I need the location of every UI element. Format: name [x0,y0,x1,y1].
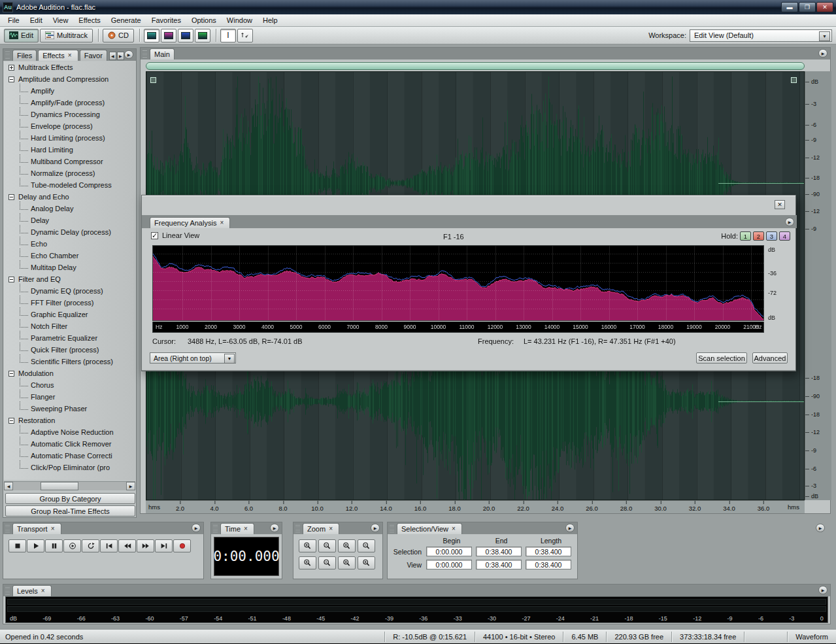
time-panel-menu-button[interactable] [270,524,279,532]
tree-expander-icon[interactable] [8,194,14,200]
effect-item-click-pop-eliminator-pro[interactable]: Click/Pop Eliminator (pro [4,462,135,473]
dock-area-menu-button[interactable] [816,524,825,532]
panel-grip[interactable] [295,525,300,532]
cd-view-button[interactable]: CD [103,29,134,42]
scroll-thumb[interactable] [41,482,78,490]
spectral-phase-view-button[interactable] [195,29,210,42]
zoom-in-full-button[interactable] [338,539,356,552]
loop-play-button[interactable] [82,539,99,552]
selection-view-panel-menu-button[interactable] [565,524,575,532]
frequency-panel-menu-button[interactable] [785,218,794,226]
close-effects-tab[interactable] [68,53,74,59]
tree-expander-icon[interactable] [8,277,14,282]
linear-view-checkbox[interactable]: Linear View [151,231,199,239]
scrub-tool-button[interactable] [237,29,253,42]
tab-frequency-analysis[interactable]: Frequency Analysis [150,217,230,228]
zoom-in-horizontal-button[interactable] [299,539,316,552]
spectral-pan-view-button[interactable] [178,29,193,42]
advanced-button[interactable]: Advanced [752,352,788,364]
view-begin-field[interactable]: 0:00.000 [426,560,472,569]
zoom-selection-right-button[interactable] [358,556,375,569]
hold-4-button[interactable]: 4 [779,231,790,241]
hold-2-button[interactable]: 2 [753,231,764,241]
graph-style-dropdown[interactable]: Area (Right on top) [150,352,236,364]
record-button[interactable] [173,539,191,552]
horizontal-zoom-scrollbar[interactable] [146,62,805,70]
levels-panel-menu-button[interactable] [818,586,828,594]
edit-view-button[interactable]: Edit [4,29,39,42]
selection-length-field[interactable]: 0:38.400 [526,547,571,556]
scan-selection-button[interactable]: Scan selection [696,352,747,364]
play-button[interactable] [27,539,44,552]
close-transport-tab[interactable] [51,526,57,532]
panel-grip[interactable] [390,525,394,532]
menu-generate[interactable]: Generate [106,14,146,26]
play-from-cursor-button[interactable] [63,539,81,552]
spectral-frequency-view-button[interactable] [161,29,176,42]
pause-button[interactable] [45,539,63,552]
close-frequency-analysis-tab[interactable] [220,220,226,226]
maximize-button[interactable]: ❐ [799,2,816,12]
selection-begin-field[interactable]: 0:00.000 [426,547,472,556]
panel-grip[interactable] [5,525,10,532]
zoom-in-vertical-button[interactable] [299,556,316,569]
tab-favor[interactable]: Favor [80,50,107,61]
workspace-select[interactable]: Edit View (Default) [690,29,832,42]
panel-grip[interactable] [5,52,10,59]
menu-edit[interactable]: Edit [25,14,48,26]
close-button[interactable]: ✕ [816,2,833,12]
selection-end-field[interactable]: 0:38.400 [476,547,522,556]
menu-view[interactable]: View [48,14,74,26]
effects-tree-hscrollbar[interactable]: ◀ ▶ [4,481,135,490]
transport-panel-menu-button[interactable] [192,524,201,532]
panel-grip[interactable] [213,525,218,532]
tab-levels[interactable]: Levels [12,585,52,596]
selection-handle-right[interactable] [791,77,797,83]
timeline-ruler[interactable]: hms hms 2.04.06.08.010.012.014.016.018.0… [146,500,805,513]
panel-grip[interactable] [142,50,147,58]
close-selection-view-tab[interactable] [452,526,458,532]
tab-transport[interactable]: Transport [12,523,61,534]
zoom-panel-menu-button[interactable] [371,524,380,532]
view-end-field[interactable]: 0:38.400 [476,560,522,569]
close-levels-tab[interactable] [41,588,47,594]
stop-button[interactable] [8,539,26,552]
menu-favorites[interactable]: Favorites [146,14,186,26]
scroll-left-arrow[interactable]: ◀ [4,482,13,490]
close-time-tab[interactable] [244,526,250,532]
waveform-view-button[interactable] [144,29,159,42]
effect-item-tube-modeled-compress[interactable]: Tube-modeled Compress [4,179,135,191]
time-selection-tool-button[interactable]: I [220,29,236,42]
tab-effects[interactable]: Effects [38,50,78,61]
go-to-end-button[interactable] [155,539,173,552]
selection-handle-left[interactable] [150,77,156,83]
amplitude-ruler[interactable]: dB-3-6-9-12-18-90-12-9-18-90-18-12-9-6-3… [805,71,831,500]
tab-scroll-left[interactable]: ◀ [109,52,116,60]
menu-help[interactable]: Help [258,14,283,26]
tree-expander-icon[interactable] [8,371,14,377]
group-by-category-button[interactable]: Group By Category [5,493,135,504]
tab-scroll-right[interactable]: ▶ [117,52,124,60]
multitrack-view-button[interactable]: Multitrack [40,29,93,42]
tab-zoom[interactable]: Zoom [303,523,339,534]
zoom-out-vertical-button[interactable] [318,556,336,569]
fast-forward-button[interactable] [137,539,154,552]
effect-item-multitap-delay[interactable]: Multitap Delay [4,262,135,273]
hold-1-button[interactable]: 1 [740,231,751,241]
tree-expander-icon[interactable] [8,65,14,71]
menu-file[interactable]: File [3,14,25,26]
panel-grip[interactable] [5,587,10,594]
menu-window[interactable]: Window [222,14,258,26]
hold-3-button[interactable]: 3 [766,231,777,241]
zoom-selection-left-button[interactable] [338,556,356,569]
frequency-window-close-icon[interactable]: ✕ [775,200,785,209]
spectrum-plot[interactable] [152,245,764,321]
tab-files[interactable]: Files [12,50,37,61]
tree-expander-icon[interactable] [8,76,14,82]
tab-selection-view[interactable]: Selection/View [397,523,462,534]
menu-options[interactable]: Options [186,14,222,26]
group-real-time-effects-button[interactable]: Group Real-Time Effects [5,505,135,517]
main-panel-menu-button[interactable] [818,49,828,58]
level-meters[interactable]: dB-69-66-63-60-57-54-51-48-45-42-39-36-3… [5,596,828,623]
effect-item-scientific-filters-process[interactable]: Scientific Filters (process) [4,356,135,367]
